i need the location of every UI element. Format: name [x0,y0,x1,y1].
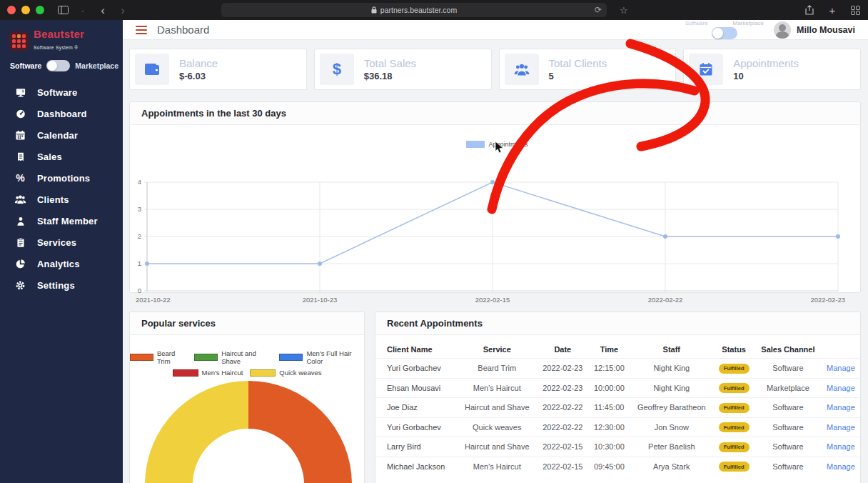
table-column-header: Service [458,341,537,359]
cell-status: Fulfilled [713,378,754,398]
pie-legend-item[interactable]: Men's Full Hair Color [279,349,364,365]
svg-text:4: 4 [138,178,141,186]
chevron-down-icon[interactable]: ⌄ [76,3,90,17]
zoom-window-button[interactable] [36,6,44,14]
pie-legend-item[interactable]: Quick weaves [250,369,321,377]
cell-staff: Night King [630,359,713,379]
cell-sales-channel: Software [755,359,822,379]
cell-service: Beard Trim [458,359,537,379]
calendar-icon [14,130,26,141]
stat-value: 5 [549,71,554,81]
tab-overview-icon[interactable] [848,3,862,17]
sidebar-item-promotions[interactable]: %Promotions [0,167,123,189]
sidebar-item-calendar[interactable]: Calendar [0,124,123,146]
chart-card-title: Appointments in the last 30 days [130,102,860,125]
close-window-button[interactable] [7,6,16,14]
sidebar-item-settings[interactable]: Settings [0,274,123,296]
sidebar-mode-toggle[interactable] [46,60,70,71]
logo-subtitle: Software System ® [34,45,79,50]
status-badge: Fulfilled [719,364,750,374]
recent-appointments-title: Recent Appointments [375,312,860,335]
table-column-header: Time [589,341,630,359]
sidebar-item-dashboard[interactable]: Dashboard [0,103,123,124]
cell-sales-channel: Software [755,398,822,418]
manage-link[interactable]: Manage [827,462,855,471]
url-text: partners.beautster.com [380,6,457,14]
window-controls [7,6,44,14]
new-tab-icon[interactable]: + [825,3,839,17]
cell-service: Haircut and Shave [458,398,537,418]
address-bar[interactable]: partners.beautster.com ⟳ [221,3,607,17]
user-menu[interactable]: Millo Mousavi [774,21,855,39]
manage-link[interactable]: Manage [827,384,855,392]
sidebar-item-staff-member[interactable]: Staff Member [0,210,123,231]
forward-button[interactable]: › [116,3,130,17]
sidebar-item-software[interactable]: Software [0,81,123,103]
menu-toggle-icon[interactable] [136,26,147,34]
sidebar-item-label: Settings [37,280,75,291]
header-mode-toggle[interactable] [712,27,737,39]
page-title: Dashboard [157,24,209,36]
pie-legend: Beard Trim Haircut and Shave Men's Full … [130,349,364,377]
appointments-line-chart: 012342021-10-222021-10-232022-02-152022-… [130,152,847,309]
sidebar-toggle-label-marketplace: Marketplace [75,61,118,70]
sidebar-item-label: Software [37,87,78,98]
cell-sales-channel: Marketplace [755,378,822,398]
svg-text:0: 0 [138,287,141,294]
manage-link[interactable]: Manage [827,423,855,432]
stat-card-total-sales[interactable]: $ Total Sales $36.18 [314,49,492,90]
pie-legend-swatch [194,354,218,361]
sidebar-item-clients[interactable]: Clients [0,189,123,210]
pie-legend-label: Haircut and Shave [221,349,272,365]
stat-card-balance[interactable]: Balance $-6.03 [129,49,307,90]
manage-link[interactable]: Manage [827,442,855,451]
cell-date: 2022-02-15 [537,457,589,476]
cell-client-name: Joe Diaz [375,398,458,418]
cell-date: 2022-02-23 [537,378,589,398]
services-donut-chart [145,381,352,483]
receipt-icon [14,151,26,162]
cell-staff: Night King [630,378,713,398]
manage-link[interactable]: Manage [827,364,855,372]
back-button[interactable]: ‹ [96,3,110,17]
cell-service: Men's Haircut [458,457,537,476]
stat-card-total-clients[interactable]: Total Clients 5 [499,49,677,90]
sidebar-item-label: Staff Member [37,216,98,226]
cell-status: Fulfilled [713,359,754,379]
cell-status: Fulfilled [713,457,754,476]
pie-legend-swatch [250,369,276,377]
calendar-check-icon [699,62,713,76]
pie-legend-item[interactable]: Beard Trim [130,349,187,365]
stat-value: $36.18 [364,71,393,81]
cell-client-name: Michael Jackson [375,457,458,476]
legend-swatch [466,141,485,148]
stat-card-appointments[interactable]: Appointments 10 [683,49,861,90]
stat-value: 10 [733,71,743,81]
beautster-logo-icon [9,31,29,51]
minimize-window-button[interactable] [21,6,30,14]
sidebar-item-sales[interactable]: Sales [0,146,123,167]
sidebar-item-analytics[interactable]: Analytics [0,253,123,274]
table-column-header: Status [713,341,754,359]
svg-text:3: 3 [138,205,141,213]
avatar [774,21,791,39]
table-column-header [822,341,860,359]
pie-legend-item[interactable]: Men's Haircut [173,369,243,377]
status-badge: Fulfilled [719,442,750,452]
clipboard-icon [14,237,26,248]
share-icon[interactable] [802,3,817,17]
wallet-icon [144,63,160,76]
user-name: Millo Mousavi [797,25,855,35]
stat-title: Total Clients [549,57,607,69]
sidebar-item-services[interactable]: Services [0,231,123,253]
percent-icon: % [14,173,26,183]
manage-link[interactable]: Manage [827,403,855,412]
sidebar-toggle-icon[interactable] [56,3,70,17]
app-logo[interactable]: Beautster Software System ® [0,27,123,54]
cell-staff: Arya Stark [630,457,713,476]
pie-legend-item[interactable]: Haircut and Shave [194,349,272,365]
favorites-icon[interactable]: ☆ [620,5,628,16]
cell-sales-channel: Software [755,417,822,437]
reload-icon[interactable]: ⟳ [595,5,602,15]
users-icon [14,194,26,204]
